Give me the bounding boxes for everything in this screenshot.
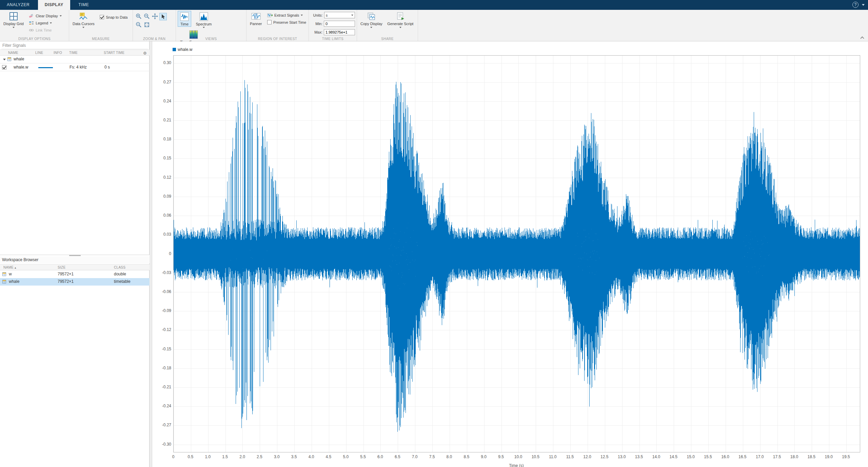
help-icon[interactable]: ?: [852, 2, 859, 8]
eraser-icon: [29, 14, 34, 18]
gear-icon[interactable]: ⚙: [143, 51, 147, 56]
legend-button[interactable]: Legend: [29, 19, 61, 26]
x-axis-label: Time (s): [509, 463, 524, 467]
chevron-down-icon: [399, 27, 401, 28]
extract-signals-button[interactable]: Extract Signals: [267, 12, 306, 19]
x-tick-label: 4.0: [309, 454, 314, 459]
preserve-start-time-checkbox[interactable]: Preserve Start Time: [267, 19, 306, 26]
chevron-down-icon[interactable]: [862, 4, 865, 6]
signal-group-row[interactable]: whale: [0, 56, 150, 63]
y-tick-label: 0.03: [157, 232, 171, 237]
max-input[interactable]: [324, 29, 355, 35]
collapse-icon[interactable]: [3, 59, 6, 60]
y-tick-label: 0.06: [157, 213, 171, 218]
workspace-row[interactable]: w79572×1double: [0, 271, 150, 278]
workspace-list: w79572×1doublewhale79572×1timetable: [0, 271, 150, 286]
zoom-x-button[interactable]: [143, 13, 151, 20]
line-style-sample[interactable]: [38, 67, 53, 68]
filter-signals-input[interactable]: [1, 42, 148, 49]
clear-display-button[interactable]: Clear Display: [29, 12, 61, 19]
y-tick-label: -0.15: [157, 347, 171, 351]
x-tick-label: 10.5: [532, 454, 539, 459]
x-tick-label: 17.5: [773, 454, 781, 459]
units-select[interactable]: s: [324, 12, 355, 18]
x-tick-label: 7.5: [429, 454, 435, 459]
timetable-icon: [7, 57, 11, 61]
x-tick-label: 19.5: [842, 454, 850, 459]
x-tick-label: 11.5: [566, 454, 574, 459]
tab-time[interactable]: TIME: [72, 0, 96, 10]
chevron-down-icon: [60, 15, 62, 17]
y-tick-label: 0.30: [157, 60, 171, 65]
x-tick-label: 0.5: [188, 454, 194, 459]
x-tick-label: 11.0: [549, 454, 556, 459]
ribbon-toolstrip: Display Grid Clear Display Legend: [0, 10, 868, 41]
link-icon: [29, 28, 34, 33]
x-tick-label: 5.5: [360, 454, 366, 459]
time-view-button[interactable]: Time: [178, 11, 191, 27]
y-tick-label: -0.03: [157, 270, 171, 275]
legend-label: whale.w: [178, 47, 192, 52]
x-tick-label: 14.5: [670, 454, 677, 459]
data-cursors-button[interactable]: Data Cursors: [71, 11, 96, 28]
signal-visible-checkbox[interactable]: [2, 65, 6, 70]
col-start-time: START TIME: [104, 51, 124, 55]
section-measure: Data Cursors Snap to Data MEASURE: [69, 10, 133, 41]
y-tick-label: -0.12: [157, 327, 171, 332]
x-tick-label: 2.0: [239, 454, 245, 459]
zoom-in-button[interactable]: [135, 13, 142, 20]
collapse-ribbon-button[interactable]: [860, 36, 865, 40]
x-tick-label: 1.5: [222, 454, 228, 459]
clear-display-label: Clear Display: [36, 14, 58, 18]
chevron-down-icon: [301, 15, 303, 16]
spectrum-view-icon: [199, 12, 208, 21]
y-tick-label: 0.09: [157, 194, 171, 199]
display-grid-label: Display Grid: [3, 22, 24, 26]
workspace-row[interactable]: whale79572×1timetable: [0, 278, 150, 286]
display-grid-button[interactable]: Display Grid: [2, 11, 25, 28]
panner-button[interactable]: Panner: [248, 11, 263, 26]
plot-legend[interactable]: whale.w: [173, 47, 192, 52]
chevron-down-icon: [351, 15, 353, 16]
section-views: Time Spectrum: [176, 10, 246, 41]
col-class[interactable]: CLASS: [114, 266, 125, 269]
variable-size: 79572×1: [58, 279, 74, 284]
tab-analyzer[interactable]: ANALYZER: [0, 0, 36, 10]
zoom-out-button[interactable]: [135, 21, 142, 28]
tab-display[interactable]: DISPLAY: [38, 0, 70, 10]
x-tick-label: 18.0: [790, 454, 798, 459]
pan-button[interactable]: [151, 13, 159, 20]
x-tick-label: 9.5: [498, 454, 504, 459]
chevron-down-icon: [370, 27, 372, 28]
copy-display-button[interactable]: Copy Display: [359, 11, 384, 28]
legend-label: Legend: [36, 21, 48, 25]
zoom-out-icon: [136, 22, 142, 28]
section-label: MEASURE: [69, 37, 133, 41]
col-size[interactable]: SIZE: [58, 266, 65, 269]
workspace-table-header: NAME SIZE CLASS: [0, 264, 150, 270]
x-tick-label: 1.0: [205, 454, 211, 459]
min-input[interactable]: [324, 21, 355, 27]
generate-script-button[interactable]: Generate Script: [386, 11, 415, 28]
col-name[interactable]: NAME: [3, 266, 16, 269]
plot-box: [173, 55, 860, 452]
y-tick-label: -0.21: [157, 385, 171, 389]
y-tick-label: 0.18: [157, 137, 171, 141]
snap-to-data-checkbox[interactable]: Snap to Data: [100, 14, 127, 21]
x-tick-label: 7.0: [412, 454, 418, 459]
spectrum-view-button[interactable]: Spectrum: [193, 11, 214, 29]
col-time: TIME: [69, 51, 78, 55]
extract-signals-icon: [267, 13, 273, 18]
pointer-button[interactable]: [159, 13, 167, 20]
chevron-down-icon: [50, 22, 52, 24]
y-tick-label: 0.15: [157, 156, 171, 160]
signal-row[interactable]: whale.wFs: 4 kHz0 s: [0, 63, 150, 71]
sidebar-splitter[interactable]: [150, 41, 152, 467]
signal-start-time: 0 s: [104, 65, 110, 70]
fit-view-button[interactable]: [143, 21, 151, 28]
units-value: s: [326, 13, 328, 17]
x-tick-label: 8.5: [463, 454, 469, 459]
waveform-plot[interactable]: [174, 56, 860, 452]
signal-panel: NAME LINE INFO TIME START TIME ⚙ whalewh…: [0, 41, 150, 467]
zoom-in-icon: [136, 13, 142, 19]
